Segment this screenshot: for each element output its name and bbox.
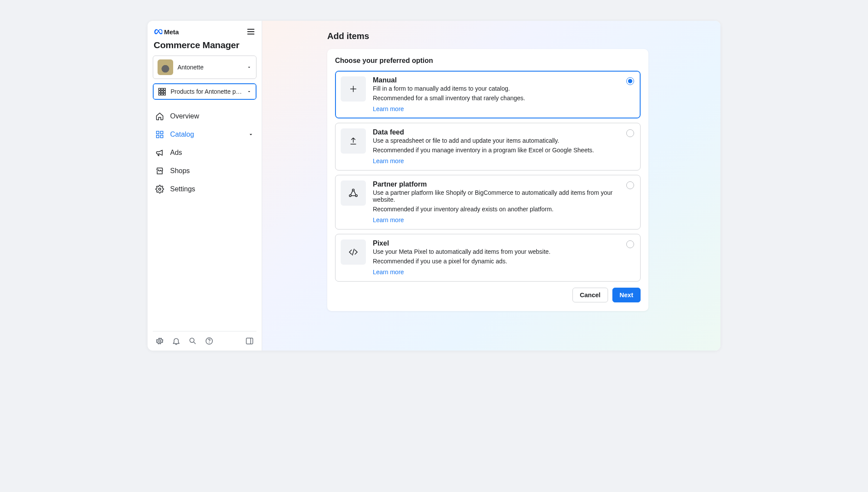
main-content: Add items Choose your preferred option M…	[262, 21, 720, 351]
chevron-down-icon	[247, 89, 252, 94]
learn-more-link[interactable]: Learn more	[373, 105, 404, 112]
chevron-down-icon	[248, 131, 254, 138]
cancel-button[interactable]: Cancel	[572, 288, 608, 302]
app-title: Commerce Manager	[154, 40, 256, 50]
svg-rect-11	[157, 135, 159, 138]
nav-ads[interactable]: Ads	[153, 144, 256, 161]
catalog-selector[interactable]: Products for Antonette pers...	[153, 83, 256, 100]
svg-point-19	[352, 189, 354, 191]
svg-point-14	[159, 340, 161, 342]
option-body: Manual Fill in a form to manually add it…	[373, 76, 634, 113]
svg-point-17	[209, 342, 210, 343]
option-manual[interactable]: Manual Fill in a form to manually add it…	[335, 71, 641, 118]
nav-label: Overview	[170, 112, 199, 120]
nav-label: Settings	[170, 185, 195, 193]
svg-rect-0	[159, 89, 161, 90]
gear-icon	[155, 185, 164, 194]
card-title: Choose your preferred option	[335, 57, 641, 65]
svg-point-20	[349, 195, 351, 197]
option-desc: Use your Meta Pixel to automatically add…	[373, 248, 634, 255]
brand-row: Meta	[153, 26, 256, 39]
svg-rect-7	[161, 93, 163, 95]
gear-icon[interactable]	[155, 337, 164, 345]
menu-icon[interactable]	[246, 27, 256, 36]
nav-label: Catalog	[170, 131, 194, 138]
nav-settings[interactable]: Settings	[153, 180, 256, 198]
sidebar: Meta Commerce Manager Antonette Products…	[148, 21, 262, 351]
options-card: Choose your preferred option Manual Fill…	[327, 49, 648, 311]
sidebar-footer	[153, 331, 256, 351]
svg-rect-4	[161, 91, 163, 92]
catalog-icon	[155, 130, 164, 139]
megaphone-icon	[155, 148, 164, 157]
svg-rect-18	[247, 338, 253, 344]
nav-overview[interactable]: Overview	[153, 108, 256, 125]
learn-more-link[interactable]: Learn more	[373, 216, 404, 223]
option-title: Manual	[373, 76, 634, 84]
card-actions: Cancel Next	[335, 288, 641, 302]
page-title: Add items	[327, 31, 694, 41]
option-reco: Recommended if your inventory already ex…	[373, 206, 634, 213]
nav: Overview Catalog Ads	[153, 108, 256, 198]
svg-rect-10	[161, 131, 163, 134]
option-reco: Recommended for a small inventory that r…	[373, 95, 634, 102]
svg-rect-3	[159, 91, 161, 92]
svg-rect-5	[164, 91, 165, 92]
help-icon[interactable]	[205, 337, 214, 345]
svg-point-21	[355, 195, 357, 197]
radio-pixel[interactable]	[626, 240, 634, 248]
nav-shops[interactable]: Shops	[153, 162, 256, 180]
avatar	[158, 59, 173, 75]
plus-icon	[341, 76, 366, 102]
next-button[interactable]: Next	[612, 288, 641, 302]
svg-rect-6	[159, 93, 161, 95]
option-title: Partner platform	[373, 180, 634, 188]
meta-logo-icon	[154, 27, 162, 36]
svg-rect-9	[157, 131, 159, 134]
learn-more-link[interactable]: Learn more	[373, 157, 404, 164]
account-name: Antonette	[178, 64, 242, 71]
meta-brand: Meta	[154, 27, 179, 36]
shop-icon	[155, 167, 164, 175]
radio-partner-platform[interactable]	[626, 181, 634, 189]
partner-icon	[341, 180, 366, 206]
learn-more-link[interactable]: Learn more	[373, 269, 404, 276]
option-partner-platform[interactable]: Partner platform Use a partner platform …	[335, 175, 641, 230]
option-desc: Use a partner platform like Shopify or B…	[373, 189, 634, 203]
catalog-name: Products for Antonette pers...	[171, 88, 242, 95]
svg-point-15	[190, 338, 194, 342]
nav-catalog[interactable]: Catalog	[153, 126, 256, 143]
option-desc: Fill in a form to manually add items to …	[373, 85, 634, 92]
nav-label: Shops	[170, 167, 190, 175]
svg-rect-12	[161, 135, 163, 138]
option-data-feed[interactable]: Data feed Use a spreadsheet or file to a…	[335, 123, 641, 171]
option-pixel[interactable]: Pixel Use your Meta Pixel to automatical…	[335, 234, 641, 282]
option-body: Data feed Use a spreadsheet or file to a…	[373, 128, 634, 165]
home-icon	[155, 112, 164, 121]
option-title: Pixel	[373, 239, 634, 247]
chevron-down-icon	[247, 65, 252, 70]
radio-data-feed[interactable]	[626, 129, 634, 137]
option-desc: Use a spreadsheet or file to add and upd…	[373, 137, 634, 144]
option-reco: Recommended if you manage inventory in a…	[373, 147, 634, 154]
svg-rect-8	[164, 93, 165, 95]
upload-icon	[341, 128, 366, 154]
option-reco: Recommended if you use a pixel for dynam…	[373, 258, 634, 265]
brand-name: Meta	[164, 28, 179, 36]
svg-rect-2	[164, 89, 165, 90]
svg-point-13	[159, 188, 161, 190]
panel-toggle-icon[interactable]	[245, 337, 254, 345]
radio-manual[interactable]	[626, 77, 634, 85]
option-body: Partner platform Use a partner platform …	[373, 180, 634, 224]
search-icon[interactable]	[188, 337, 197, 345]
option-title: Data feed	[373, 128, 634, 136]
code-icon	[341, 239, 366, 265]
account-selector[interactable]: Antonette	[153, 56, 256, 79]
bell-icon[interactable]	[172, 337, 181, 345]
nav-label: Ads	[170, 149, 182, 157]
app-window: Meta Commerce Manager Antonette Products…	[148, 21, 720, 351]
grid-icon	[158, 87, 166, 96]
option-body: Pixel Use your Meta Pixel to automatical…	[373, 239, 634, 276]
svg-rect-1	[161, 89, 163, 90]
